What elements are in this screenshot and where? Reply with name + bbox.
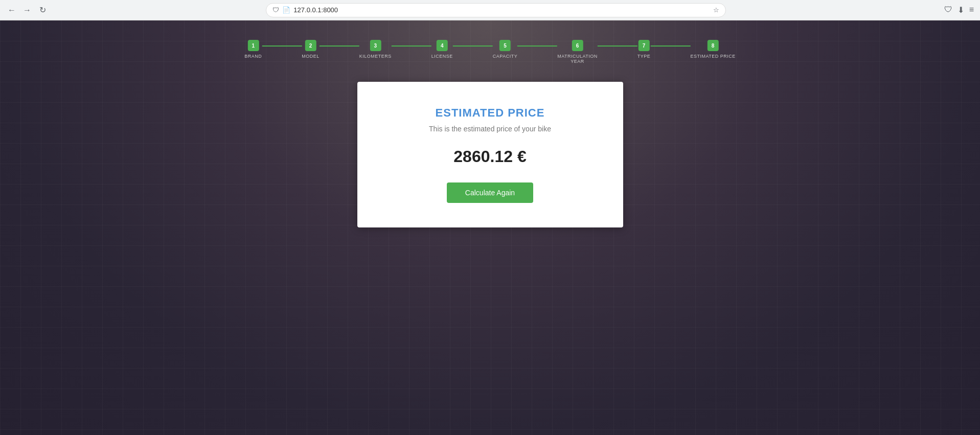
result-card: ESTIMATED PRICE This is the estimated pr… bbox=[357, 82, 623, 227]
step-circle-5: 5 bbox=[499, 40, 511, 51]
back-button[interactable]: ← bbox=[6, 5, 17, 16]
card-title: ESTIMATED PRICE bbox=[378, 106, 603, 120]
step-connector-3 bbox=[392, 45, 431, 47]
download-icon[interactable]: ⬇ bbox=[958, 5, 964, 15]
step-connector-5 bbox=[517, 45, 557, 47]
reload-button[interactable]: ↻ bbox=[37, 5, 48, 16]
step-8: 8ESTIMATED PRICE bbox=[690, 40, 735, 59]
browser-right-icons: 🛡 ⬇ ≡ bbox=[944, 5, 974, 15]
forward-button[interactable]: → bbox=[21, 5, 33, 16]
step-2: 2MODEL bbox=[302, 40, 320, 59]
step-5: 5CAPACITY bbox=[493, 40, 517, 59]
browser-chrome: ← → ↻ 🛡 📄 127.0.0.1:8000 ☆ 🛡 ⬇ ≡ bbox=[0, 0, 980, 20]
step-label-6: MATRICULATIONYEAR bbox=[557, 54, 598, 64]
step-circle-2: 2 bbox=[305, 40, 316, 51]
step-circle-4: 4 bbox=[437, 40, 448, 51]
step-connector-1 bbox=[262, 45, 302, 47]
step-4: 4LICENSE bbox=[431, 40, 453, 59]
step-connector-2 bbox=[320, 45, 359, 47]
step-3: 3KILOMETERS bbox=[359, 40, 392, 59]
step-label-5: CAPACITY bbox=[493, 54, 517, 59]
step-label-2: MODEL bbox=[302, 54, 320, 59]
shield-icon: 🛡 bbox=[272, 6, 279, 14]
step-label-1: BRAND bbox=[244, 54, 262, 59]
step-label-7: TYPE bbox=[637, 54, 651, 59]
step-connector-7 bbox=[650, 45, 690, 47]
bookmark-icon[interactable]: ☆ bbox=[713, 6, 719, 14]
step-circle-8: 8 bbox=[708, 40, 719, 51]
page-background: 1BRAND2MODEL3KILOMETERS4LICENSE5CAPACITY… bbox=[0, 20, 980, 435]
card-subtitle: This is the estimated price of your bike bbox=[378, 125, 603, 133]
step-circle-3: 3 bbox=[370, 40, 381, 51]
step-connector-4 bbox=[453, 45, 493, 47]
step-label-3: KILOMETERS bbox=[359, 54, 392, 59]
pocket-icon[interactable]: 🛡 bbox=[944, 5, 952, 15]
calculate-again-button[interactable]: Calculate Again bbox=[447, 182, 533, 203]
menu-icon[interactable]: ≡ bbox=[969, 5, 974, 15]
step-1: 1BRAND bbox=[244, 40, 262, 59]
stepper: 1BRAND2MODEL3KILOMETERS4LICENSE5CAPACITY… bbox=[244, 40, 735, 64]
step-6: 6MATRICULATIONYEAR bbox=[557, 40, 598, 64]
step-label-4: LICENSE bbox=[431, 54, 453, 59]
step-circle-6: 6 bbox=[572, 40, 583, 51]
step-circle-7: 7 bbox=[639, 40, 650, 51]
address-bar[interactable]: 🛡 📄 127.0.0.1:8000 ☆ bbox=[266, 3, 726, 17]
step-circle-1: 1 bbox=[247, 40, 259, 51]
step-7: 7TYPE bbox=[637, 40, 651, 59]
doc-icon: 📄 bbox=[282, 6, 290, 14]
url-text: 127.0.0.1:8000 bbox=[293, 6, 710, 14]
card-price: 2860.12 € bbox=[378, 147, 603, 166]
step-label-8: ESTIMATED PRICE bbox=[690, 54, 735, 59]
step-connector-6 bbox=[598, 45, 637, 47]
